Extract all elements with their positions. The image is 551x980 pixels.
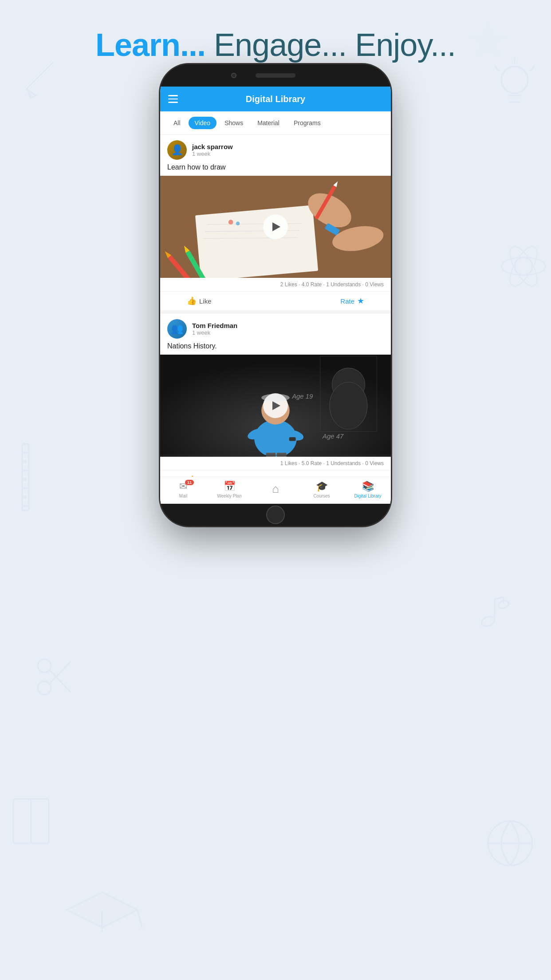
tab-programs[interactable]: Programs <box>287 117 327 129</box>
star-icon: ★ <box>357 296 364 306</box>
nav-label-weekly-plan: Weekly Plan <box>217 494 241 498</box>
post-meta-2: Tom Friedman 1 week <box>192 322 237 336</box>
tab-material[interactable]: Material <box>251 117 286 129</box>
avatar-jack-sparrow: 👤 <box>167 140 187 160</box>
svg-point-5 <box>501 67 528 93</box>
svg-rect-3 <box>13 799 49 843</box>
svg-text:Age 47: Age 47 <box>322 433 344 440</box>
content-feed[interactable]: 👤 jack sparrow 1 week Learn how to draw <box>160 135 391 477</box>
post-header-1: 👤 jack sparrow 1 week <box>160 135 391 163</box>
graduation-icon: 🎓 <box>316 481 328 492</box>
books-icon: 📚 <box>362 481 374 492</box>
svg-point-46 <box>236 221 240 225</box>
post-author-2: Tom Friedman <box>192 322 237 329</box>
phone-bottom-bar <box>160 504 391 526</box>
svg-line-25 <box>49 661 71 684</box>
phone-screen: Digital Library All Video Shows Material… <box>160 87 391 504</box>
play-button-2[interactable] <box>263 393 288 418</box>
video-thumbnail-1[interactable] <box>160 176 391 278</box>
nav-item-courses[interactable]: 🎓 Courses <box>299 481 345 498</box>
rate-button-1[interactable]: Rate ★ <box>340 296 364 306</box>
svg-line-1 <box>27 89 31 98</box>
nav-item-weekly-plan[interactable]: 📅 Weekly Plan <box>206 481 252 498</box>
hamburger-menu-button[interactable] <box>168 95 178 103</box>
video-thumbnail-2[interactable]: Age 19 Age 47 <box>160 355 391 457</box>
action-bar-1: 👍 Like Rate ★ <box>160 292 391 310</box>
filter-tabs-bar: All Video Shows Material Programs <box>160 111 391 135</box>
svg-line-35 <box>495 597 504 599</box>
tab-video[interactable]: Video <box>189 117 217 129</box>
svg-marker-2 <box>27 89 35 98</box>
post-title-1: Learn how to draw <box>160 163 391 176</box>
action-bar-2: 👍 Like Rate ★ <box>160 470 391 477</box>
svg-line-10 <box>495 66 499 71</box>
post-stats-1: 2 Likes · 4.0 Rate · 1 Understands · 0 V… <box>160 278 391 292</box>
svg-rect-62 <box>277 453 286 457</box>
post-stats-2: 1 Likes · 5.0 Rate · 1 Understands · 0 V… <box>160 457 391 470</box>
svg-point-68 <box>330 382 367 429</box>
tab-shows[interactable]: Shows <box>218 117 249 129</box>
svg-point-37 <box>497 599 510 609</box>
svg-line-32 <box>138 910 142 928</box>
hero-tagline: Learn... Engage... Enjoy... <box>0 27 551 63</box>
nav-item-digital-library[interactable]: 📚 Digital Library <box>345 481 391 498</box>
svg-text:Age 19: Age 19 <box>291 393 313 400</box>
svg-line-0 <box>27 62 53 89</box>
nav-label-digital-library: Digital Library <box>354 494 381 498</box>
post-card-2: 👥 Tom Friedman 1 week Nations History. <box>160 314 391 477</box>
post-title-2: Nations History. <box>160 342 391 355</box>
post-meta-1: jack sparrow 1 week <box>192 143 233 157</box>
mail-badge: 11 <box>185 480 194 485</box>
post-time-2: 1 week <box>192 329 237 336</box>
svg-point-27 <box>501 257 546 275</box>
app-header: Digital Library <box>160 87 391 111</box>
svg-rect-61 <box>266 453 276 457</box>
phone-frame: Digital Library All Video Shows Material… <box>160 64 391 526</box>
front-camera <box>231 73 236 78</box>
svg-line-9 <box>530 66 535 71</box>
nav-item-mail[interactable]: 11 ✉ Mail <box>160 481 206 498</box>
svg-point-26 <box>515 257 532 275</box>
svg-point-11 <box>488 821 532 865</box>
svg-point-45 <box>228 220 233 225</box>
hero-learn: Learn... <box>95 27 205 63</box>
post-card-1: 👤 jack sparrow 1 week Learn how to draw <box>160 135 391 310</box>
svg-point-28 <box>505 243 543 290</box>
post-time-1: 1 week <box>192 150 233 157</box>
like-button-1[interactable]: 👍 Like <box>187 296 212 306</box>
svg-point-29 <box>505 243 543 290</box>
post-header-2: 👥 Tom Friedman 1 week <box>160 314 391 342</box>
svg-point-33 <box>480 615 496 628</box>
calendar-icon: 📅 <box>224 481 236 492</box>
home-icon: ⌂ <box>272 482 279 496</box>
thumbs-up-icon: 👍 <box>187 296 197 306</box>
svg-rect-13 <box>22 444 29 510</box>
bottom-navigation: 11 ✉ Mail 📅 Weekly Plan ⌂ 🎓 Courses 📚 <box>160 477 391 504</box>
play-button-1[interactable] <box>263 214 288 239</box>
hero-rest: Engage... Enjoy... <box>205 27 456 63</box>
nav-label-courses: Courses <box>313 494 330 498</box>
svg-point-23 <box>38 681 51 695</box>
nav-label-mail: Mail <box>179 494 187 498</box>
nav-item-home[interactable]: ⌂ <box>252 482 299 497</box>
svg-marker-30 <box>67 892 138 928</box>
svg-line-24 <box>49 669 71 692</box>
app-title: Digital Library <box>246 94 305 104</box>
svg-point-22 <box>38 659 51 672</box>
post-author-1: jack sparrow <box>192 143 233 150</box>
home-button[interactable] <box>266 506 285 524</box>
phone-top-bar <box>160 64 391 87</box>
avatar-tom-friedman: 👥 <box>167 319 187 339</box>
svg-rect-65 <box>289 437 296 441</box>
tab-all[interactable]: All <box>167 117 187 129</box>
phone-speaker <box>256 73 295 78</box>
svg-rect-41 <box>195 205 318 278</box>
